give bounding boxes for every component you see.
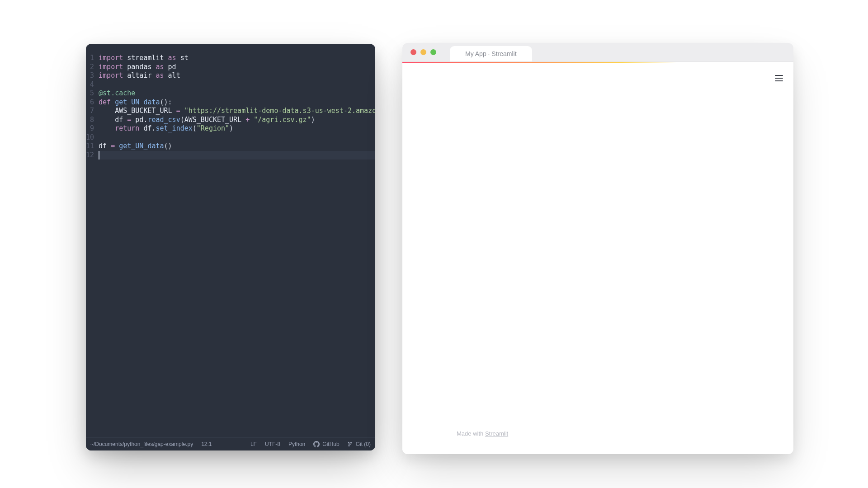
line-number-gutter: 123456789101112 (86, 54, 99, 437)
close-window-button[interactable] (410, 49, 416, 55)
status-git-branch[interactable]: Git (0) (348, 441, 371, 447)
status-encoding[interactable]: UTF-8 (265, 441, 280, 447)
status-cursor-pos: 12:1 (201, 441, 212, 447)
code-editor-window: 123456789101112 import streamlit as stim… (86, 44, 375, 450)
status-github[interactable]: GitHub (313, 441, 339, 447)
git-branch-icon (348, 441, 353, 447)
code-editor-body[interactable]: 123456789101112 import streamlit as stim… (86, 44, 375, 437)
browser-tab-title: My App · Streamlit (465, 50, 517, 57)
browser-window: My App · Streamlit Made with Streamlit (402, 43, 793, 454)
hamburger-menu-button[interactable] (774, 73, 784, 84)
streamlit-footer: Made with Streamlit (457, 430, 508, 437)
minimize-window-button[interactable] (420, 49, 426, 55)
browser-titlebar: My App · Streamlit (402, 43, 793, 62)
status-eol[interactable]: LF (250, 441, 257, 447)
maximize-window-button[interactable] (430, 49, 436, 55)
code-area[interactable]: import streamlit as stimport pandas as p… (99, 54, 375, 437)
status-language[interactable]: Python (288, 441, 305, 447)
browser-tab[interactable]: My App · Streamlit (450, 46, 532, 61)
browser-viewport[interactable]: Made with Streamlit (402, 63, 793, 454)
github-icon (313, 441, 320, 447)
streamlit-footer-link[interactable]: Streamlit (485, 430, 508, 437)
editor-status-bar: ~/Documents/python_files/gap-example.py … (86, 437, 375, 450)
window-controls (410, 49, 450, 61)
status-filepath: ~/Documents/python_files/gap-example.py (90, 441, 193, 447)
